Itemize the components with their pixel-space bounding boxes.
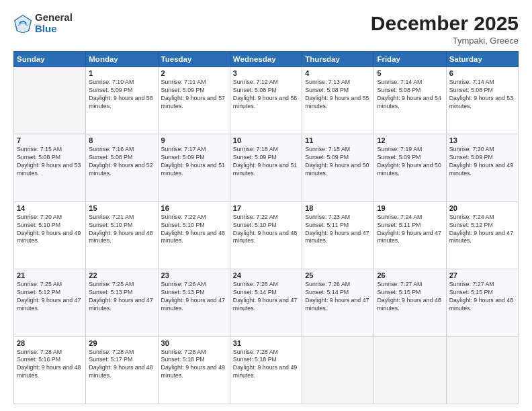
table-row: 19Sunrise: 7:24 AMSunset: 5:11 PMDayligh… <box>374 201 446 269</box>
day-info: Sunrise: 7:24 AMSunset: 5:11 PMDaylight:… <box>377 214 443 246</box>
table-row: 17Sunrise: 7:22 AMSunset: 5:10 PMDayligh… <box>230 201 302 269</box>
day-number: 26 <box>377 271 443 279</box>
table-row <box>14 67 86 134</box>
col-monday: Monday <box>86 52 158 67</box>
header: General Blue December 2025 Tympaki, Gree… <box>13 12 519 46</box>
day-number: 23 <box>161 271 227 279</box>
table-row: 12Sunrise: 7:19 AMSunset: 5:09 PMDayligh… <box>374 134 446 201</box>
day-info: Sunrise: 7:13 AMSunset: 5:08 PMDaylight:… <box>305 79 371 111</box>
table-row: 23Sunrise: 7:26 AMSunset: 5:13 PMDayligh… <box>158 269 230 336</box>
day-number: 14 <box>17 204 83 212</box>
table-row: 9Sunrise: 7:17 AMSunset: 5:09 PMDaylight… <box>158 134 230 201</box>
day-info: Sunrise: 7:20 AMSunset: 5:10 PMDaylight:… <box>17 214 83 246</box>
col-friday: Friday <box>374 52 446 67</box>
day-number: 18 <box>305 204 371 212</box>
table-row: 18Sunrise: 7:23 AMSunset: 5:11 PMDayligh… <box>302 201 374 269</box>
day-info: Sunrise: 7:26 AMSunset: 5:14 PMDaylight:… <box>305 281 371 313</box>
day-number: 13 <box>449 136 515 144</box>
calendar-week-row: 1Sunrise: 7:10 AMSunset: 5:09 PMDaylight… <box>14 67 519 134</box>
day-number: 1 <box>89 69 154 77</box>
day-info: Sunrise: 7:25 AMSunset: 5:12 PMDaylight:… <box>17 281 83 313</box>
day-info: Sunrise: 7:14 AMSunset: 5:08 PMDaylight:… <box>449 79 515 111</box>
day-info: Sunrise: 7:18 AMSunset: 5:09 PMDaylight:… <box>305 146 371 178</box>
day-info: Sunrise: 7:24 AMSunset: 5:12 PMDaylight:… <box>449 214 515 246</box>
table-row: 30Sunrise: 7:28 AMSunset: 5:18 PMDayligh… <box>158 336 230 404</box>
logo-icon <box>13 14 32 33</box>
day-info: Sunrise: 7:22 AMSunset: 5:10 PMDaylight:… <box>161 214 227 246</box>
day-info: Sunrise: 7:17 AMSunset: 5:09 PMDaylight:… <box>161 146 227 178</box>
col-sunday: Sunday <box>14 52 86 67</box>
day-info: Sunrise: 7:19 AMSunset: 5:09 PMDaylight:… <box>377 146 443 178</box>
table-row: 31Sunrise: 7:28 AMSunset: 5:18 PMDayligh… <box>230 336 302 404</box>
location: Tympaki, Greece <box>371 36 519 46</box>
calendar-week-row: 21Sunrise: 7:25 AMSunset: 5:12 PMDayligh… <box>14 269 519 336</box>
calendar-week-row: 28Sunrise: 7:28 AMSunset: 5:16 PMDayligh… <box>14 336 519 404</box>
day-info: Sunrise: 7:16 AMSunset: 5:08 PMDaylight:… <box>89 146 154 178</box>
day-info: Sunrise: 7:27 AMSunset: 5:15 PMDaylight:… <box>377 281 443 313</box>
table-row: 2Sunrise: 7:11 AMSunset: 5:09 PMDaylight… <box>158 67 230 134</box>
calendar-header-row: Sunday Monday Tuesday Wednesday Thursday… <box>14 52 519 67</box>
table-row: 21Sunrise: 7:25 AMSunset: 5:12 PMDayligh… <box>14 269 86 336</box>
table-row: 20Sunrise: 7:24 AMSunset: 5:12 PMDayligh… <box>446 201 518 269</box>
day-info: Sunrise: 7:11 AMSunset: 5:09 PMDaylight:… <box>161 79 227 111</box>
title-block: December 2025 Tympaki, Greece <box>371 12 519 46</box>
table-row: 5Sunrise: 7:14 AMSunset: 5:08 PMDaylight… <box>374 67 446 134</box>
table-row <box>374 336 446 404</box>
table-row: 29Sunrise: 7:28 AMSunset: 5:17 PMDayligh… <box>86 336 158 404</box>
day-info: Sunrise: 7:22 AMSunset: 5:10 PMDaylight:… <box>233 214 299 246</box>
day-number: 16 <box>161 204 227 212</box>
day-number: 22 <box>89 271 154 279</box>
table-row: 13Sunrise: 7:20 AMSunset: 5:09 PMDayligh… <box>446 134 518 201</box>
table-row <box>302 336 374 404</box>
calendar-week-row: 7Sunrise: 7:15 AMSunset: 5:08 PMDaylight… <box>14 134 519 201</box>
day-number: 11 <box>305 136 371 144</box>
table-row: 16Sunrise: 7:22 AMSunset: 5:10 PMDayligh… <box>158 201 230 269</box>
calendar-week-row: 14Sunrise: 7:20 AMSunset: 5:10 PMDayligh… <box>14 201 519 269</box>
day-number: 20 <box>449 204 515 212</box>
table-row: 11Sunrise: 7:18 AMSunset: 5:09 PMDayligh… <box>302 134 374 201</box>
day-info: Sunrise: 7:26 AMSunset: 5:14 PMDaylight:… <box>233 281 299 313</box>
month-title: December 2025 <box>371 12 519 34</box>
day-info: Sunrise: 7:12 AMSunset: 5:08 PMDaylight:… <box>233 79 299 111</box>
day-info: Sunrise: 7:28 AMSunset: 5:18 PMDaylight:… <box>161 349 227 381</box>
calendar-table: Sunday Monday Tuesday Wednesday Thursday… <box>13 51 519 404</box>
day-number: 31 <box>233 339 299 347</box>
day-number: 2 <box>161 69 227 77</box>
day-info: Sunrise: 7:21 AMSunset: 5:10 PMDaylight:… <box>89 214 154 246</box>
table-row: 6Sunrise: 7:14 AMSunset: 5:08 PMDaylight… <box>446 67 518 134</box>
day-info: Sunrise: 7:15 AMSunset: 5:08 PMDaylight:… <box>17 146 83 178</box>
day-number: 10 <box>233 136 299 144</box>
logo-general-text: General <box>35 12 73 24</box>
day-info: Sunrise: 7:10 AMSunset: 5:09 PMDaylight:… <box>89 79 154 111</box>
day-number: 7 <box>17 136 83 144</box>
table-row: 27Sunrise: 7:27 AMSunset: 5:15 PMDayligh… <box>446 269 518 336</box>
col-saturday: Saturday <box>446 52 518 67</box>
day-info: Sunrise: 7:14 AMSunset: 5:08 PMDaylight:… <box>377 79 443 111</box>
day-info: Sunrise: 7:18 AMSunset: 5:09 PMDaylight:… <box>233 146 299 178</box>
day-number: 28 <box>17 339 83 347</box>
table-row: 25Sunrise: 7:26 AMSunset: 5:14 PMDayligh… <box>302 269 374 336</box>
table-row: 14Sunrise: 7:20 AMSunset: 5:10 PMDayligh… <box>14 201 86 269</box>
day-number: 27 <box>449 271 515 279</box>
day-number: 9 <box>161 136 227 144</box>
table-row: 26Sunrise: 7:27 AMSunset: 5:15 PMDayligh… <box>374 269 446 336</box>
day-number: 21 <box>17 271 83 279</box>
day-info: Sunrise: 7:23 AMSunset: 5:11 PMDaylight:… <box>305 214 371 246</box>
day-number: 8 <box>89 136 154 144</box>
table-row <box>446 336 518 404</box>
table-row: 4Sunrise: 7:13 AMSunset: 5:08 PMDaylight… <box>302 67 374 134</box>
day-number: 15 <box>89 204 154 212</box>
day-info: Sunrise: 7:28 AMSunset: 5:17 PMDaylight:… <box>89 349 154 381</box>
day-number: 6 <box>449 69 515 77</box>
table-row: 3Sunrise: 7:12 AMSunset: 5:08 PMDaylight… <box>230 67 302 134</box>
day-info: Sunrise: 7:20 AMSunset: 5:09 PMDaylight:… <box>449 146 515 178</box>
day-number: 30 <box>161 339 227 347</box>
logo-blue-text: Blue <box>35 24 73 35</box>
table-row: 15Sunrise: 7:21 AMSunset: 5:10 PMDayligh… <box>86 201 158 269</box>
table-row: 28Sunrise: 7:28 AMSunset: 5:16 PMDayligh… <box>14 336 86 404</box>
logo-text: General Blue <box>35 12 73 34</box>
day-info: Sunrise: 7:27 AMSunset: 5:15 PMDaylight:… <box>449 281 515 313</box>
page: General Blue December 2025 Tympaki, Gree… <box>0 0 532 411</box>
day-info: Sunrise: 7:26 AMSunset: 5:13 PMDaylight:… <box>161 281 227 313</box>
day-number: 25 <box>305 271 371 279</box>
